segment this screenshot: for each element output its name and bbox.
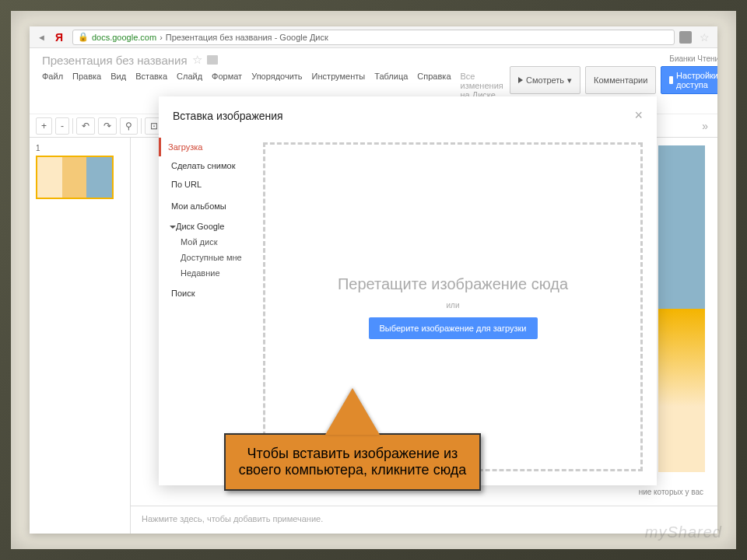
dropzone-or: или xyxy=(446,301,459,310)
remove-button[interactable]: - xyxy=(55,117,69,135)
lock-icon xyxy=(669,76,673,84)
speaker-notes[interactable]: Нажмите здесь, чтобы добавить примечание… xyxy=(131,506,717,534)
sidebar-item-albums[interactable]: Мои альбомы xyxy=(168,194,260,214)
instruction-callout: Чтобы вставить изображение из своего ком… xyxy=(224,388,481,491)
slide-thumbnail[interactable] xyxy=(36,156,114,199)
close-icon[interactable]: × xyxy=(634,107,643,124)
watermark: myShared xyxy=(645,523,722,541)
dropzone-text: Перетащите изображение сюда xyxy=(338,275,568,293)
header-actions: Бианки Чтения ▾ Смотреть▾ Комментарии На… xyxy=(510,51,717,94)
paper-background: ◄ Я 🔒 docs.google.com › Презентация без … xyxy=(11,11,736,549)
share-button[interactable]: Настройки доступа xyxy=(661,66,717,94)
separator xyxy=(72,118,73,134)
user-menu[interactable]: Бианки Чтения ▾ xyxy=(669,54,717,63)
url-host: docs.google.com xyxy=(92,33,156,42)
slide-panel: 1 xyxy=(30,138,131,534)
sidebar-item-upload[interactable]: Загрузка xyxy=(159,138,260,156)
url-separator: › xyxy=(160,33,163,42)
folder-icon[interactable] xyxy=(207,55,218,65)
sidebar-item-search[interactable]: Поиск xyxy=(168,281,260,301)
slide-number: 1 xyxy=(36,144,124,156)
presentation-frame: ◄ Я 🔒 docs.google.com › Презентация без … xyxy=(0,0,747,560)
sidebar-item-snapshot[interactable]: Сделать снимок xyxy=(168,156,260,175)
collapse-toolbar-icon[interactable]: » xyxy=(699,120,711,132)
star-icon[interactable]: ☆ xyxy=(192,53,202,67)
secure-icon: 🔒 xyxy=(78,32,89,42)
undo-button[interactable]: ↶ xyxy=(76,117,95,135)
back-icon[interactable]: ◄ xyxy=(34,33,49,42)
sidebar-item-recent[interactable]: Недавние xyxy=(168,265,260,281)
browser-address-bar: ◄ Я 🔒 docs.google.com › Презентация без … xyxy=(30,26,717,48)
sidebar-item-shared[interactable]: Доступные мне xyxy=(168,250,260,265)
new-slide-button[interactable]: + xyxy=(36,117,52,135)
yandex-logo[interactable]: Я xyxy=(54,31,68,44)
callout-arrow-icon xyxy=(325,388,380,435)
menu-file[interactable]: Файл xyxy=(42,72,63,109)
paint-format-button[interactable]: ⚲ xyxy=(120,117,138,135)
sidebar-item-drive[interactable]: Диск Google xyxy=(168,214,260,234)
extension-icon[interactable] xyxy=(679,31,692,44)
present-button[interactable]: Смотреть▾ xyxy=(510,66,580,94)
separator xyxy=(141,118,142,134)
dialog-header: Вставка изображения × xyxy=(159,96,657,135)
chevron-down-icon xyxy=(170,226,176,229)
partial-text: ние которых у вас xyxy=(639,488,703,496)
bookmark-star-icon[interactable]: ☆ xyxy=(696,31,713,44)
slide-canvas-fragment xyxy=(658,145,705,472)
redo-button[interactable]: ↷ xyxy=(98,117,117,135)
callout-text: Чтобы вставить изображение из своего ком… xyxy=(224,433,481,491)
sidebar-item-by-url[interactable]: По URL xyxy=(168,175,260,194)
sidebar-item-my-drive[interactable]: Мой диск xyxy=(168,234,260,250)
document-title[interactable]: Презентация без названия xyxy=(42,54,188,67)
dialog-title: Вставка изображения xyxy=(173,110,283,122)
url-title: Презентация без названия - Google Диск xyxy=(166,33,328,42)
url-input[interactable]: 🔒 docs.google.com › Презентация без назв… xyxy=(72,30,675,45)
play-icon xyxy=(518,77,523,83)
choose-image-button[interactable]: Выберите изображение для загрузки xyxy=(369,317,538,339)
menu-view[interactable]: Вид xyxy=(110,72,126,109)
menu-edit[interactable]: Правка xyxy=(72,72,101,109)
comments-button[interactable]: Комментарии xyxy=(585,66,656,94)
